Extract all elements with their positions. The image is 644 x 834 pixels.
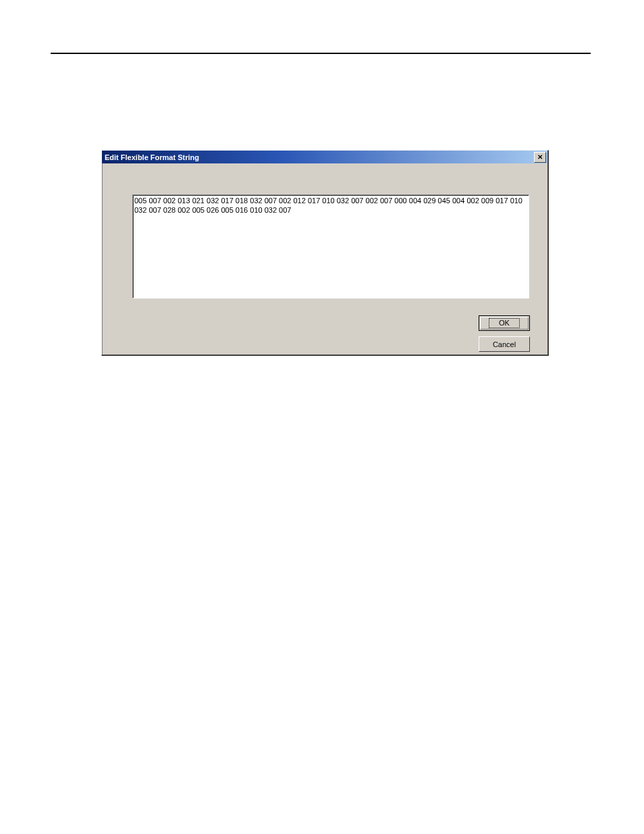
close-button[interactable]: ✕ — [534, 152, 546, 163]
edit-flexible-format-string-dialog: Edit Flexible Format String ✕ 005 007 00… — [101, 150, 549, 356]
cancel-button-label: Cancel — [493, 340, 516, 348]
dialog-client-area: 005 007 002 013 021 032 017 018 032 007 … — [102, 163, 547, 355]
cancel-button[interactable]: Cancel — [479, 336, 530, 352]
ok-button[interactable]: OK — [479, 315, 530, 331]
dialog-title: Edit Flexible Format String — [105, 153, 199, 161]
format-string-field-frame: 005 007 002 013 021 032 017 018 032 007 … — [132, 194, 529, 298]
close-icon: ✕ — [537, 154, 543, 161]
ok-button-label: OK — [489, 318, 520, 328]
dialog-titlebar[interactable]: Edit Flexible Format String ✕ — [102, 151, 547, 163]
window-controls: ✕ — [534, 152, 546, 163]
horizontal-rule — [51, 53, 591, 54]
format-string-textarea[interactable]: 005 007 002 013 021 032 017 018 032 007 … — [133, 195, 529, 298]
